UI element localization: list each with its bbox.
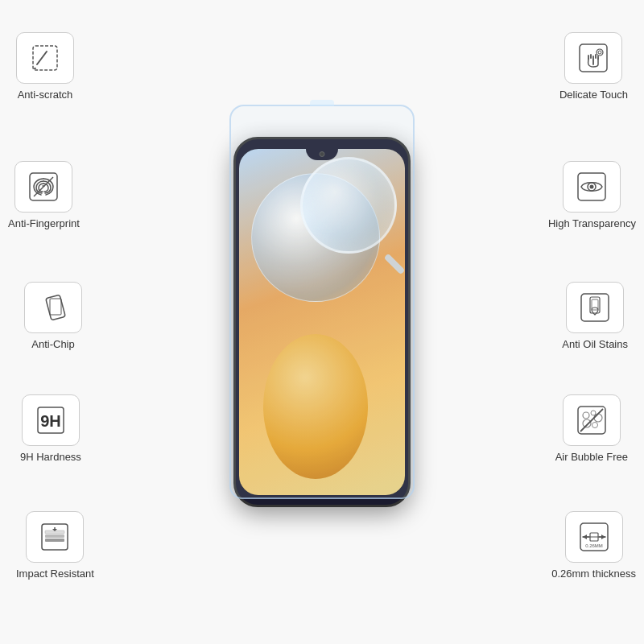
chip-icon-box bbox=[24, 282, 82, 333]
svg-rect-11 bbox=[45, 539, 64, 542]
feature-anti-oil-stains: Anti Oil Stains bbox=[562, 282, 628, 350]
transparency-icon-box bbox=[563, 161, 621, 213]
feature-anti-scratch: Anti-scratch bbox=[16, 32, 74, 101]
feature-impact-resistant: Impact Resistant bbox=[16, 511, 94, 580]
transparency-icon bbox=[576, 171, 608, 203]
svg-rect-0 bbox=[33, 46, 57, 70]
svg-point-29 bbox=[583, 419, 591, 427]
product-page: Anti-scratch Anti-Fingerprint bbox=[0, 0, 644, 644]
phone-area bbox=[217, 40, 427, 604]
hardness-icon: 9H bbox=[35, 404, 67, 436]
scratch-icon bbox=[29, 42, 61, 74]
bubble-icon bbox=[576, 404, 608, 436]
touch-label: Delicate Touch bbox=[559, 89, 628, 101]
feature-air-bubble-free: Air Bubble Free bbox=[555, 394, 628, 463]
hardness-label: 9H Hardness bbox=[20, 451, 81, 463]
bubble-label: Air Bubble Free bbox=[555, 451, 628, 463]
chip-icon bbox=[37, 291, 69, 324]
svg-text:0.26MM: 0.26MM bbox=[585, 543, 603, 548]
anti-chip-label: Anti-Chip bbox=[31, 338, 74, 350]
svg-point-30 bbox=[592, 423, 597, 428]
oil-stains-icon bbox=[579, 291, 611, 324]
hardness-icon-box: 9H bbox=[22, 394, 80, 446]
oilstains-icon-box bbox=[566, 282, 624, 333]
touch-icon bbox=[577, 42, 609, 74]
touch-icon-box bbox=[564, 32, 622, 84]
svg-marker-35 bbox=[583, 535, 587, 539]
impact-label: Impact Resistant bbox=[16, 568, 94, 580]
thickness-label: 0.26mm thickness bbox=[551, 568, 636, 580]
feature-9h-hardness: 9H 9H Hardness bbox=[20, 394, 81, 463]
anti-fingerprint-label: Anti-Fingerprint bbox=[8, 217, 80, 229]
anti-scratch-label: Anti-scratch bbox=[18, 89, 73, 101]
feature-thickness: 0.26MM 0.26mm thickness bbox=[551, 511, 636, 580]
fingerprint-icon bbox=[27, 171, 60, 203]
transparency-label: High Transparency bbox=[548, 217, 636, 229]
feature-high-transparency: High Transparency bbox=[548, 161, 636, 229]
svg-point-26 bbox=[583, 412, 589, 419]
svg-rect-12 bbox=[45, 535, 64, 538]
feature-delicate-touch: Delicate Touch bbox=[559, 32, 628, 101]
impact-icon bbox=[39, 521, 71, 553]
feature-anti-chip: Anti-Chip bbox=[24, 282, 82, 350]
feature-anti-fingerprint: Anti-Fingerprint bbox=[8, 161, 80, 229]
thickness-icon: 0.26MM bbox=[578, 521, 610, 553]
fingerprint-icon-box bbox=[14, 161, 72, 213]
svg-point-28 bbox=[594, 414, 602, 422]
glass-protector bbox=[229, 105, 415, 499]
svg-text:9H: 9H bbox=[40, 412, 61, 430]
svg-rect-7 bbox=[50, 299, 61, 315]
svg-point-21 bbox=[590, 185, 594, 189]
svg-point-18 bbox=[598, 51, 601, 54]
bubble-icon-box bbox=[563, 394, 621, 446]
svg-point-17 bbox=[597, 49, 603, 56]
svg-line-1 bbox=[37, 52, 47, 64]
thickness-icon-box: 0.26MM bbox=[565, 511, 623, 563]
svg-marker-37 bbox=[601, 535, 605, 539]
oilstains-label: Anti Oil Stains bbox=[562, 338, 628, 350]
anti-scratch-icon-box bbox=[16, 32, 74, 84]
impact-icon-box bbox=[26, 511, 84, 563]
